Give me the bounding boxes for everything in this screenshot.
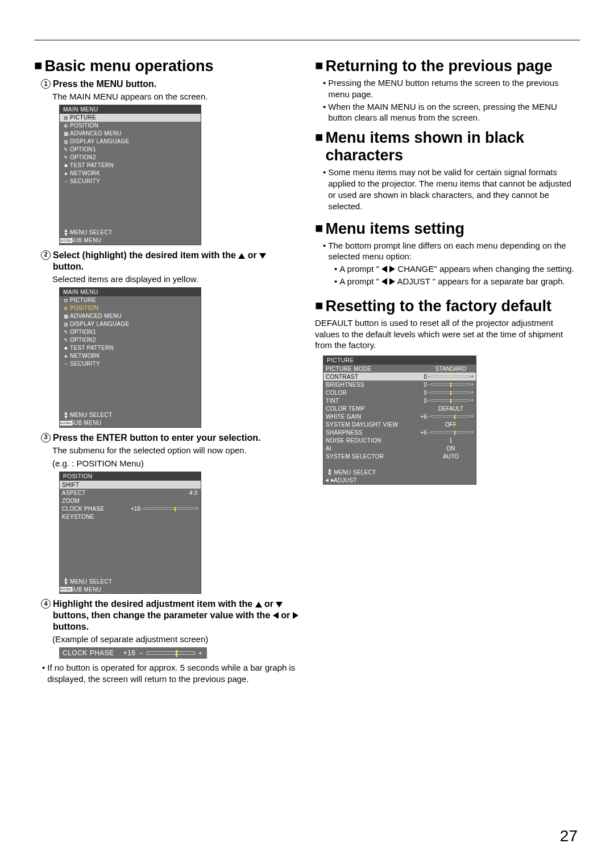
menu-item-label: AI	[326, 445, 428, 452]
menu-item-label: SYSTEM DAYLIGHT VIEW	[326, 421, 428, 428]
osd-row: BRIGHTNESS0-+	[323, 381, 476, 388]
menu-item-label: OPTION2	[70, 154, 198, 160]
osd-row: ■TEST PATTERN	[60, 162, 201, 170]
menu-item-icon: ✎	[62, 337, 70, 343]
value-bar: -+	[428, 390, 474, 395]
osd-title: MAIN MENU	[60, 105, 201, 114]
menu-item-value: ON	[428, 445, 474, 452]
left-arrow-icon	[273, 612, 279, 619]
menu-item-label: SHIFT	[62, 482, 198, 488]
menu-item-label: ADVANCED MENU	[70, 130, 198, 137]
osd-gap	[323, 460, 476, 468]
menu-item-label: PICTURE	[70, 114, 198, 121]
osd-footer: ▲▼MENU SELECT ENTERSUB MENU	[60, 229, 201, 245]
step4-heading: 4 Highlight the desired adjustment item …	[34, 598, 299, 633]
menu-item-label: POSITION	[70, 122, 198, 129]
updown-icon: ▲▼	[62, 577, 70, 585]
menu-item-label: NETWORK	[70, 170, 198, 176]
step1-title: Press the MENU button.	[53, 78, 156, 90]
value-bar: -+	[428, 398, 474, 403]
osd-row: WHITE GAIN+6-+	[323, 412, 476, 420]
adj-tick	[176, 650, 177, 657]
black-list: •Some menu items may not be valid for ce…	[315, 167, 580, 212]
value-bar: -+	[428, 374, 474, 379]
osd-row: NOISE REDUCTION1	[323, 436, 476, 444]
menu-item-label: OPTION2	[70, 337, 198, 343]
menu-item-icon: ■	[62, 345, 70, 351]
reset-body: DEFAULT button is used to reset all of t…	[315, 317, 580, 351]
osd-row: COLOR TEMPDEFAULT	[323, 404, 476, 412]
heading-black-chars: ■Menu items shown in black characters	[315, 129, 580, 164]
top-rule	[34, 40, 580, 40]
osd-picture-menu: PICTURE PICTURE MODESTANDARDCONTRAST0-+B…	[323, 356, 476, 485]
left-arrow-icon	[381, 278, 387, 285]
bullet-icon: •	[42, 662, 45, 685]
osd-row: ◍DISPLAY LANGUAGE	[60, 320, 201, 328]
menu-item-icon: ◍	[62, 321, 70, 327]
menu-item-label: TINT	[326, 398, 422, 404]
menu-item-icon: ▦	[62, 313, 70, 319]
right-arrow-icon	[293, 612, 298, 619]
osd-row: ⊕POSITION	[60, 122, 201, 130]
step-number-icon: 3	[41, 433, 51, 443]
enter-icon: ENTER	[62, 238, 70, 243]
bullet-icon: •	[323, 77, 326, 100]
menu-item-label: PICTURE MODE	[326, 366, 428, 372]
osd-main-menu-2: MAIN MENU ◘PICTURE⊕POSITION▦ADVANCED MEN…	[59, 287, 201, 428]
menu-item-label: NOISE REDUCTION	[326, 437, 428, 444]
minus-icon: −	[138, 650, 144, 656]
osd-row: ◘PICTURE	[60, 296, 201, 304]
osd-footer: ▲▼MENU SELECT ◄►ADJUST	[323, 468, 476, 484]
osd-row: SHARPNESS+6-+	[323, 428, 476, 436]
osd-row: ZOOM	[60, 497, 201, 505]
menu-item-icon: ✎	[62, 329, 70, 335]
updown-icon: ▲▼	[62, 229, 70, 237]
osd-row: ▦ADVANCED MENU	[60, 312, 201, 320]
menu-item-label: SECURITY	[70, 178, 198, 184]
square-bullet-icon: ■	[315, 297, 323, 314]
osd-row: AION	[323, 444, 476, 452]
osd-row: SYSTEM SELECTORAUTO	[323, 452, 476, 460]
heading-returning: ■Returning to the previous page	[315, 57, 580, 75]
osd-title: MAIN MENU	[60, 288, 201, 296]
bullet-icon: •	[334, 263, 337, 275]
heading-setting: ■Menu items setting	[315, 220, 580, 238]
osd-row: ASPECT4:3	[60, 489, 201, 497]
osd-title: PICTURE	[323, 356, 476, 365]
left-arrow-icon	[381, 266, 387, 272]
menu-item-icon: ◘	[62, 115, 70, 121]
right-arrow-icon	[389, 278, 395, 285]
menu-item-label: POSITION	[70, 305, 198, 311]
up-arrow-icon	[238, 253, 245, 259]
osd-gap	[60, 185, 201, 229]
menu-item-label: OPTION1	[70, 146, 198, 152]
step4-title: Highlight the desired adjustment item wi…	[53, 598, 299, 633]
menu-item-label: DISPLAY LANGUAGE	[70, 321, 198, 327]
menu-item-icon: ◘	[62, 297, 70, 303]
value-bar: -+	[428, 429, 474, 435]
osd-row: PICTURE MODESTANDARD	[323, 365, 476, 373]
down-arrow-icon	[276, 602, 283, 607]
menu-item-value: 4:3	[188, 490, 198, 496]
osd-row: SHIFT	[60, 481, 201, 489]
osd-row: ◍DISPLAY LANGUAGE	[60, 138, 201, 146]
osd-main-menu-1: MAIN MENU ◘PICTURE⊕POSITION▦ADVANCED MEN…	[59, 105, 201, 245]
menu-item-label: ASPECT	[62, 490, 188, 496]
updown-icon: ▲▼	[326, 468, 334, 476]
menu-item-label: WHITE GAIN	[326, 414, 420, 420]
menu-item-label: ADVANCED MENU	[70, 313, 198, 319]
menu-item-label: PICTURE	[70, 297, 198, 303]
step3-title: Press the ENTER button to enter your sel…	[53, 432, 260, 444]
menu-item-value: 0	[422, 374, 428, 380]
square-bullet-icon: ■	[315, 220, 323, 237]
right-column: ■Returning to the previous page •Pressin…	[315, 57, 580, 686]
menu-item-value: STANDARD	[428, 366, 474, 372]
square-bullet-icon: ■	[34, 57, 43, 74]
osd-row: ♠NETWORK	[60, 170, 201, 177]
osd-title: POSITION	[60, 472, 201, 481]
menu-item-label: BRIGHTNESS	[326, 382, 422, 388]
osd-gap	[60, 368, 201, 411]
bullet-icon: •	[334, 276, 337, 287]
menu-item-label: SECURITY	[70, 361, 198, 367]
step3-body1: The submenu for the selected option will…	[34, 445, 299, 456]
